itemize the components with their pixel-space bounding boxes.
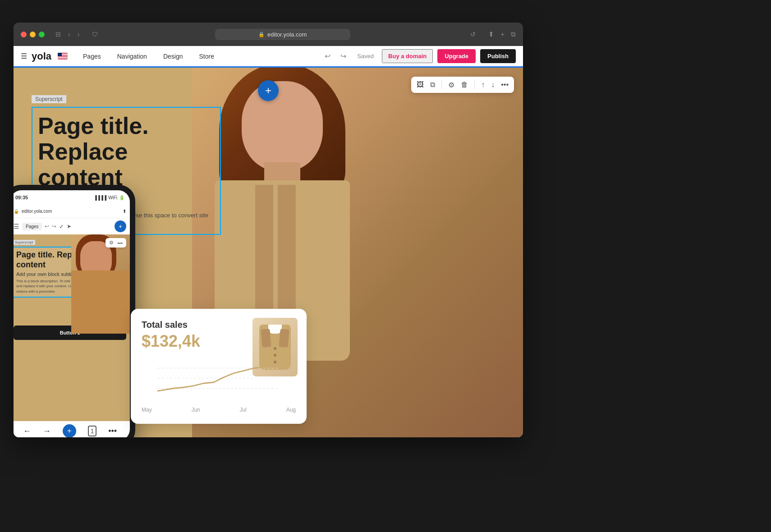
nav-design[interactable]: Design [155,46,191,67]
phone-mockup: 09:35 ▐▐▐▐ WiFi 🔋 🔒 editor.yola.com ⬆ ☰ [14,185,135,437]
toolbar-nav: Pages Navigation Design Store [75,46,222,67]
saved-status: Saved [357,53,374,60]
publish-button[interactable]: Publish [480,49,516,63]
phone-address: editor.yola.com [22,209,52,214]
phone-hamburger-icon[interactable]: ☰ [14,223,19,230]
undo-button[interactable]: ↩ [322,50,333,62]
nav-store[interactable]: Store [191,46,222,67]
close-button[interactable] [21,32,27,37]
phone-address-bar: 🔒 editor.yola.com ⬆ [14,205,130,218]
toolbar-divider-2 [474,80,475,89]
wifi-icon: WiFi [108,195,117,200]
upgrade-button[interactable]: Upgrade [437,49,476,63]
redo-button[interactable]: ↪ [338,50,349,62]
more-tool-icon[interactable]: ••• [501,81,509,89]
flag-icon [58,53,68,60]
phone-tabs-icon[interactable]: 1 [88,426,97,436]
month-jun: Jun [191,407,200,413]
toolbar-right: ↩ ↪ Saved Buy a domain Upgrade Publish [322,49,516,63]
phone-check-icon[interactable]: ✓ [59,223,64,230]
phone-menu-icon[interactable]: ••• [108,427,117,436]
phone-bottom-add-button[interactable]: + [63,424,76,437]
address-text: editor.yola.com [267,31,307,38]
copy-tool-icon[interactable]: ⧉ [430,81,435,89]
phone-time: 09:35 [15,195,28,200]
add-section-button[interactable]: + [258,80,279,101]
phone-redo-icon[interactable]: ↪ [52,223,56,229]
phone-forward-icon[interactable]: → [43,427,51,436]
phone-toolbar: ☰ Pages ↩ ↪ ✓ ➤ + [14,218,130,234]
month-may: May [142,407,152,413]
tabs-icon[interactable]: ⧉ [511,30,516,38]
phone-bottom-bar: ← → + 1 ••• [14,421,130,437]
phone-model-bg [71,234,130,334]
battery-icon: 🔋 [119,195,124,200]
address-bar[interactable]: 🔒 editor.yola.com [215,29,350,40]
phone-status-bar: 09:35 ▐▐▐▐ WiFi 🔋 [14,190,130,205]
phone-status-icons: ▐▐▐▐ WiFi 🔋 [94,195,124,200]
browser-titlebar: ⊟ ‹ › 🛡 🔒 editor.yola.com ↺ ⬆ + ⧉ [14,23,523,46]
browser-window: ⊟ ‹ › 🛡 🔒 editor.yola.com ↺ ⬆ + ⧉ ☰ yola… [14,23,523,437]
browser-action-icons: ⬆ + ⧉ [488,30,516,38]
yola-logo: yola [32,50,51,62]
browser-nav-icons: ⊟ ‹ › [54,29,81,40]
phone-pages-button[interactable]: Pages [22,223,42,230]
forward-icon[interactable]: › [76,29,82,40]
editor-content: Superscript Page title. Replace content … [14,68,523,437]
sales-chart [142,358,296,403]
app-toolbar: ☰ yola Pages Navigation Design Store ↩ ↪… [14,46,523,68]
phone-floating-actions: ⚙ ••• [106,238,126,248]
sales-card: Total sales $132,4k [131,309,307,424]
sidebar-toggle-icon[interactable]: ⊟ [54,29,63,40]
phone-settings-icon[interactable]: ⚙ [109,240,114,246]
new-tab-icon[interactable]: + [500,30,505,38]
phone-arrow-icon[interactable]: ➤ [67,223,71,229]
settings-tool-icon[interactable]: ⚙ [448,81,454,89]
minimize-button[interactable] [30,32,36,37]
sales-months: May Jun Jul Aug [142,407,296,413]
nav-pages[interactable]: Pages [75,46,109,67]
phone-share-icon: ⬆ [123,209,126,214]
phone-add-button[interactable]: + [115,220,126,232]
shield-icon: 🛡 [90,29,100,40]
hamburger-icon[interactable]: ☰ [21,52,27,60]
phone-lock-icon: 🔒 [14,209,19,214]
month-jul: Jul [240,407,247,413]
move-down-tool-icon[interactable]: ↓ [491,81,495,89]
lock-icon: 🔒 [258,32,265,37]
back-icon[interactable]: ‹ [66,29,72,40]
share-icon[interactable]: ⬆ [488,30,494,38]
refresh-icon[interactable]: ↺ [468,29,477,40]
nav-navigation[interactable]: Navigation [109,46,155,67]
month-aug: Aug [286,407,296,413]
hero-title: Page title. Replace content [38,113,215,191]
buy-domain-button[interactable]: Buy a domain [382,49,433,63]
phone-more-icon[interactable]: ••• [117,240,123,246]
editor-toolbar-floating: 🖼 ⧉ ⚙ 🗑 ↑ ↓ ••• [411,77,514,93]
image-tool-icon[interactable]: 🖼 [417,81,424,89]
phone-superscript: Superscript [14,240,35,245]
hero-superscript: Superscript [32,95,66,103]
traffic-lights [21,32,45,37]
phone-screen: 09:35 ▐▐▐▐ WiFi 🔋 🔒 editor.yola.com ⬆ ☰ [14,190,130,437]
phone-content: ⚙ ••• Superscript [14,234,130,415]
delete-tool-icon[interactable]: 🗑 [461,81,468,89]
move-up-tool-icon[interactable]: ↑ [481,81,485,89]
toolbar-divider [441,80,442,89]
chart-svg [142,358,296,399]
phone-back-icon[interactable]: ← [23,427,31,436]
phone-undo-icon[interactable]: ↩ [45,223,49,229]
maximize-button[interactable] [39,32,45,37]
signal-icon: ▐▐▐▐ [94,195,106,200]
